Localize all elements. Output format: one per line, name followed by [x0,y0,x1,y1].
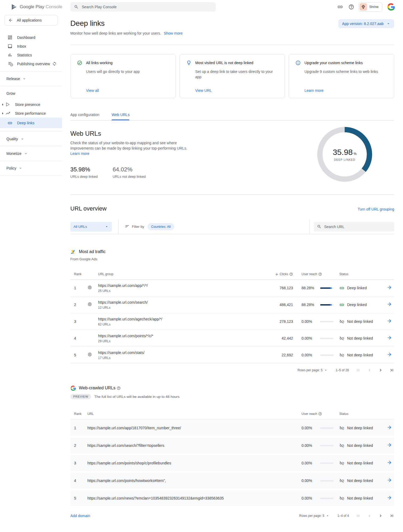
link-icon [339,302,344,307]
table-row[interactable]: 2 https://sample.url.com/search/?filter=… [70,438,394,453]
table-row[interactable]: 2 https://sample.url.com/search/ 12 URLs… [70,296,394,313]
google-account-avatar[interactable] [387,3,395,11]
help-icon[interactable] [289,272,293,276]
show-more-link[interactable]: Show more [164,31,183,35]
learn-more-link[interactable]: Learn more [70,151,89,156]
rank-cell: 1 [70,426,87,430]
sidebar-item-inbox[interactable]: Inbox [0,42,62,51]
insight-cards: All links working Users will go directly… [70,54,394,98]
help-icon[interactable] [318,272,322,276]
last-page-button[interactable] [389,368,394,373]
next-page-button[interactable] [378,513,383,518]
global-search-input[interactable] [82,5,212,9]
arrow-forward-icon[interactable] [387,477,392,483]
divider [309,219,310,234]
tab-web-urls[interactable]: Web URLs [112,113,129,120]
play-console-logo[interactable]: Google Play Console [11,3,62,10]
divider [70,195,394,195]
global-search[interactable] [70,2,216,12]
sidebar-item-statistics[interactable]: Statistics [0,51,62,59]
sync-icon[interactable] [52,61,57,66]
app-version-selector[interactable]: App version: 8.2.027.aab [338,19,394,28]
url-cell: https://sample.url.com/news/?emclan=1035… [87,496,293,501]
table-header: Rank URL group Clicks User reach Status [70,267,394,280]
sidebar-item-store-presence[interactable]: Store presence [0,100,62,109]
table-row[interactable]: 5 https://sample.url.com/news/?emclan=10… [70,490,394,506]
status-cell: Deep linked [339,286,387,291]
sidebar-section-release[interactable]: Release [0,75,62,83]
top-bar: Google Play Console Shrine [0,0,403,14]
url-search-input[interactable] [324,225,391,229]
ad-traffic-table: Rank URL group Clicks User reach Status [70,267,394,364]
help-icon[interactable] [318,412,322,416]
table-row[interactable]: 1 https://sample.url.com/app/*/*/ 25 URL… [70,280,394,296]
user-reach-cell: 0.00% [293,426,339,430]
next-page-button[interactable] [378,368,383,373]
status-badge: Not deep linked [347,426,373,430]
help-icon[interactable] [117,386,121,390]
arrow-forward-icon[interactable] [387,302,392,307]
arrow-forward-icon[interactable] [387,425,392,430]
column-user-reach: User reach [293,272,339,276]
tab-app-configuration[interactable]: App configuration [70,113,99,120]
deep-links-icon [7,121,13,126]
ad-traffic-pagination: Rows per page: 5 1–5 of 28 [70,364,394,377]
table-row[interactable]: 3 https://sample.url.com/points/shop/c/p… [70,455,394,471]
learn-more-link[interactable]: Learn more [304,88,388,93]
previous-page-button[interactable] [367,368,372,373]
arrow-forward-icon[interactable] [387,460,392,465]
column-user-reach: User reach [293,412,339,416]
rank-cell: 5 [70,353,87,357]
rows-per-page-selector[interactable]: Rows per page: 5 [299,514,329,518]
sidebar-section-monetize[interactable]: Monetize [0,150,62,158]
filter-by: Filter by [125,224,144,229]
all-applications-button[interactable]: All applications [4,15,58,26]
column-clicks[interactable]: Clicks [261,272,293,276]
arrow-forward-icon[interactable] [387,495,392,500]
user-reach-cell: 0.00% [293,353,339,357]
view-url-link[interactable]: View URL [195,88,278,93]
sidebar-item-publishing-overview[interactable]: Publishing overview [0,59,62,68]
add-domain-link[interactable]: Add domain [70,514,90,518]
last-page-button[interactable] [389,513,394,518]
table-row[interactable]: 3 https://sample.url.com/agecheck/app/*/… [70,313,394,330]
reach-bar [320,427,333,429]
url-group-cell: https://sample.url.com/agecheck/app/*/ 6… [98,317,261,326]
sidebar-item-store-performance[interactable]: Store performance [0,109,62,118]
all-urls-dropdown[interactable]: All URLs [70,222,112,232]
view-all-link[interactable]: View all [86,88,169,93]
url-search[interactable] [314,222,394,232]
user-reach-cell: 88.28% [293,286,339,290]
first-page-button[interactable] [356,513,361,518]
countries-filter-chip[interactable]: Countries: All [148,223,174,230]
link-icon[interactable] [337,4,343,10]
check-circle-icon [77,60,82,65]
sidebar-section-policy[interactable]: Policy [0,164,62,172]
rows-per-page-selector[interactable]: Rows per page: 5 [298,368,328,372]
arrow-forward-icon[interactable] [387,352,392,357]
sort-descending-icon [275,272,279,276]
first-page-button[interactable] [356,368,361,373]
app-switcher-chip[interactable]: Shrine [359,2,382,12]
user-reach-cell: 0.00% [293,443,339,448]
expand-caret-icon[interactable] [2,104,3,106]
table-row[interactable]: 1 https://sample.url.com/app/1817070/ite… [70,420,394,436]
stat-deep-linked: 35.98% URLs deep linked [70,166,98,179]
arrow-forward-icon[interactable] [387,285,392,290]
app-thumbnail [360,3,367,11]
table-row[interactable]: 4 https://sample.url.com/points/*/c/* 29… [70,330,394,347]
help-icon[interactable] [348,4,354,10]
sidebar-section-quality[interactable]: Quality [0,135,62,143]
arrow-forward-icon[interactable] [387,335,392,340]
table-row[interactable]: 5 https://sample.url.com/stats/ 17 URLs … [70,347,394,364]
arrow-forward-icon[interactable] [387,442,392,448]
turn-off-url-grouping-link[interactable]: Turn off URL grouping [358,207,394,211]
expand-caret-icon[interactable] [2,112,3,114]
sidebar-item-deep-links[interactable]: Deep links [0,118,62,128]
sidebar-item-dashboard[interactable]: Dashboard [0,33,62,42]
info-icon [295,60,301,65]
divider [0,161,62,161]
arrow-forward-icon[interactable] [387,318,392,324]
table-row[interactable]: 4 https://sample.url.com/points/howitwor… [70,473,394,489]
previous-page-button[interactable] [367,513,372,518]
